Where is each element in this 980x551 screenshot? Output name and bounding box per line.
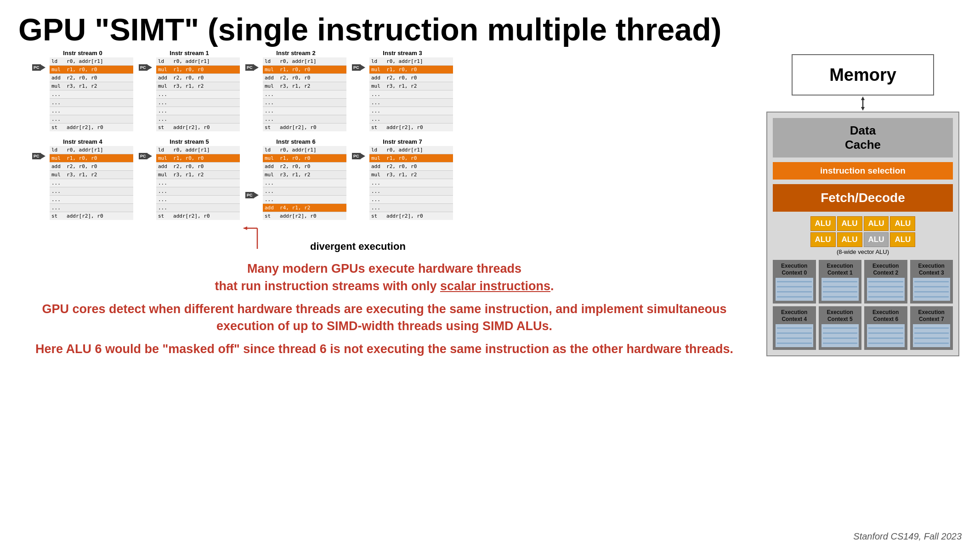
memory-arrow — [858, 96, 867, 112]
streams-bottom-row: Instr stream 4 PC ld r0, addr[r1] mul r1… — [32, 138, 759, 220]
exec-context-6: ExecutionContext 6 — [864, 306, 907, 350]
stream-4-header: Instr stream 4 — [32, 138, 133, 145]
stream-1-header: Instr stream 1 — [139, 50, 240, 56]
pc-6: PC — [245, 192, 259, 198]
instruction-selection-box: instruction selection — [773, 162, 953, 180]
pc-5: PC — [139, 153, 152, 159]
stream-3-wrapper: Instr stream 3 PC ld r0, addr[r1] mul r1… — [352, 50, 453, 131]
alu-section: ALU ALU ALU ALU ALU ALU ALU ALU — [773, 216, 953, 247]
alu-1: ALU — [837, 216, 862, 231]
pc-2: PC — [245, 64, 259, 71]
text-block-2: GPU cores detect when different hardware… — [18, 301, 750, 336]
stream-3-header: Instr stream 3 — [352, 50, 453, 56]
stream-7-header: Instr stream 7 — [352, 138, 453, 145]
exec-context-2: ExecutionContext 2 — [864, 260, 907, 304]
streams-top-row: Instr stream 0 PC ld r0, addr[r1] mul r1… — [32, 50, 759, 131]
pc-7: PC — [352, 153, 365, 159]
text-block-3: Here ALU 6 would be "masked off" since t… — [18, 341, 750, 358]
alu-0: ALU — [810, 216, 836, 231]
alu-5: ALU — [837, 232, 862, 247]
exec-context-3: ExecutionContext 3 — [910, 260, 953, 304]
stream-1-wrapper: Instr stream 1 PC ld r0, addr[r1] mul r1… — [139, 50, 240, 131]
svg-marker-5 — [861, 107, 865, 111]
bottom-text: Many modern GPUs execute hardware thread… — [9, 260, 759, 358]
stream-5-wrapper: Instr stream 5 PC ld r0, addr[r1] mul r1… — [139, 138, 240, 220]
alu-row-2: ALU ALU ALU ALU — [773, 232, 953, 247]
alu-6: ALU — [864, 232, 889, 247]
divergent-label: divergent execution — [310, 241, 406, 253]
right-panel: Memory DataCache instruction selection — [759, 50, 966, 358]
exec-context-1: ExecutionContext 1 — [819, 260, 862, 304]
stream-2-header: Instr stream 2 — [245, 50, 346, 56]
exec-context-0: ExecutionContext 0 — [773, 260, 816, 304]
alu-2: ALU — [864, 216, 889, 231]
exec-context-5: ExecutionContext 5 — [819, 306, 862, 350]
pc-4: PC — [32, 153, 45, 159]
data-cache-box: DataCache — [773, 118, 953, 157]
pc-0: PC — [32, 64, 45, 71]
page-container: GPU "SIMT" (single instruction multiple … — [0, 0, 980, 551]
alu-row-1: ALU ALU ALU ALU — [773, 216, 953, 231]
scalar-underline: scalar instructions — [440, 279, 550, 293]
alu-3: ALU — [890, 216, 915, 231]
text-block-1: Many modern GPUs execute hardware thread… — [18, 260, 750, 295]
stream-7-wrapper: Instr stream 7 PC ld r0, addr[r1] mul r1… — [352, 138, 453, 220]
exec-contexts-grid: ExecutionContext 0 ExecutionContext 1 — [773, 260, 953, 350]
stream-5-header: Instr stream 5 — [139, 138, 240, 145]
footer: Stanford CS149, Fall 2023 — [853, 531, 962, 542]
core-box: DataCache instruction selection Fetch/De… — [766, 112, 959, 356]
stream-2-wrapper: Instr stream 2 PC ld r0, addr[r1] mul r1… — [245, 50, 346, 131]
page-title: GPU "SIMT" (single instruction multiple … — [0, 0, 980, 50]
stream-0-wrapper: Instr stream 0 PC ld r0, addr[r1] mul r1… — [32, 50, 133, 131]
exec-context-7: ExecutionContext 7 — [910, 306, 953, 350]
svg-marker-2 — [244, 226, 247, 230]
left-panel: Instr stream 0 PC ld r0, addr[r1] mul r1… — [9, 50, 759, 358]
memory-box: Memory — [792, 54, 934, 96]
stream-6-wrapper: Instr stream 6 PC ld r0, addr[r1] mul r1… — [245, 138, 346, 220]
pc-3: PC — [352, 64, 365, 71]
alu-7: ALU — [890, 232, 915, 247]
divergent-annotation: divergent execution — [32, 224, 759, 251]
alu-4: ALU — [810, 232, 836, 247]
alu-wide-label: (8-wide vector ALU) — [773, 248, 953, 255]
stream-4-wrapper: Instr stream 4 PC ld r0, addr[r1] mul r1… — [32, 138, 133, 220]
stream-0-header: Instr stream 0 — [32, 50, 133, 56]
stream-6-header: Instr stream 6 — [245, 138, 346, 145]
svg-marker-4 — [861, 96, 865, 100]
fetch-decode-box: Fetch/Decode — [773, 184, 953, 212]
exec-context-4: ExecutionContext 4 — [773, 306, 816, 350]
pc-1: PC — [139, 64, 152, 71]
